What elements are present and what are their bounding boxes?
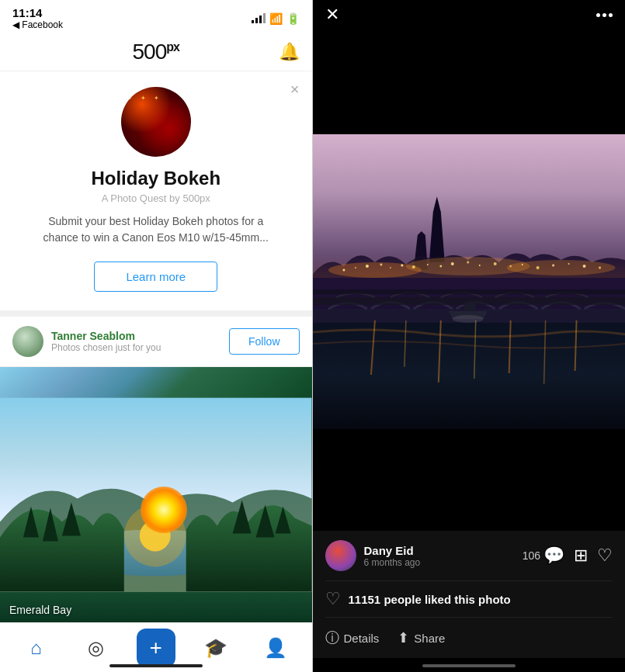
comments-action[interactable]: 106 💬	[523, 546, 564, 566]
status-bar-left: 11:14 ◀ Facebook 📶 🔋	[0, 0, 312, 33]
status-time: 11:14	[12, 6, 63, 19]
svg-rect-46	[464, 303, 475, 311]
follow-button[interactable]: Follow	[229, 328, 299, 355]
quest-avatar-image	[121, 87, 191, 157]
svg-point-29	[509, 265, 512, 268]
svg-point-24	[439, 265, 442, 268]
home-icon: ⌂	[30, 637, 42, 659]
quest-subtitle: A Photo Quest by 500px	[102, 192, 210, 204]
svg-point-30	[521, 264, 523, 265]
details-share-row: ⓘ Details ⬆ Share	[325, 624, 613, 652]
back-label[interactable]: ◀ Facebook	[12, 19, 63, 30]
details-button[interactable]: ⓘ Details	[325, 629, 380, 647]
nav-profile[interactable]: 👤	[245, 637, 305, 659]
nav-upload[interactable]: +	[126, 629, 186, 667]
details-label: Details	[344, 632, 380, 645]
like-button[interactable]: ♡	[325, 589, 341, 609]
svg-point-21	[401, 265, 403, 267]
svg-point-28	[493, 262, 496, 265]
photographer-name: Dany Eid	[364, 544, 421, 557]
signal-icon	[252, 14, 266, 23]
home-bar	[422, 664, 516, 667]
photographer-details: Dany Eid 6 months ago	[364, 544, 421, 568]
prague-scene-svg	[313, 134, 626, 429]
user-details: Tanner Seablom Photos chosen just for yo…	[51, 330, 161, 353]
add-to-collection-icon[interactable]: ⊞	[574, 546, 588, 566]
home-indicator-left	[109, 664, 203, 667]
share-icon: ⬆	[398, 629, 409, 646]
upload-button[interactable]: +	[137, 629, 175, 667]
prague-bridges-photo	[313, 134, 626, 429]
emerald-bay-svg	[0, 367, 312, 622]
profile-icon: 👤	[264, 637, 287, 659]
svg-point-47	[452, 315, 483, 323]
photo-display-area	[313, 33, 626, 531]
close-button-right[interactable]: ✕	[325, 5, 339, 25]
photo-feed: Emerald Bay	[0, 367, 312, 622]
svg-point-35	[599, 267, 601, 269]
svg-point-25	[450, 262, 453, 265]
share-label: Share	[414, 632, 445, 645]
user-follow-row: Tanner Seablom Photos chosen just for yo…	[0, 317, 312, 367]
photographer-avatar	[325, 540, 356, 571]
quest-card: × Holiday Bokeh A Photo Quest by 500px S…	[0, 71, 312, 317]
learn-icon: 🎓	[204, 637, 227, 659]
photo-info-panel: Dany Eid 6 months ago 106 💬 ⊞ ♡ ♡ 11151 …	[313, 531, 626, 658]
svg-point-20	[389, 267, 391, 268]
app-logo: 500px	[133, 40, 179, 64]
status-icons: 📶 🔋	[252, 12, 300, 25]
wifi-icon: 📶	[269, 12, 283, 25]
app-header: 500px 🔔	[0, 33, 312, 71]
learn-more-button[interactable]: Learn more	[94, 262, 217, 292]
comment-count: 106	[523, 549, 540, 562]
svg-rect-38	[313, 289, 626, 294]
user-avatar	[12, 326, 43, 357]
home-indicator-right	[313, 658, 626, 672]
battery-icon: 🔋	[286, 12, 300, 25]
right-panel: ✕	[313, 0, 626, 672]
user-name: Tanner Seablom	[51, 330, 161, 342]
right-top-bar: ✕	[313, 0, 626, 33]
nav-learn[interactable]: 🎓	[186, 637, 245, 659]
dot3	[609, 13, 613, 17]
svg-point-34	[582, 265, 585, 268]
left-panel: 11:14 ◀ Facebook 📶 🔋 500px 🔔 × Holiday B…	[0, 0, 312, 672]
photographer-info: Dany Eid 6 months ago	[325, 540, 421, 571]
comment-icon[interactable]: 💬	[543, 546, 564, 566]
svg-point-33	[568, 263, 569, 265]
svg-point-26	[467, 262, 469, 264]
svg-point-32	[552, 265, 554, 267]
discover-icon: ◎	[88, 637, 104, 659]
quest-description: Submit your best Holiday Bokeh photos fo…	[40, 213, 273, 246]
plus-icon: +	[150, 636, 162, 660]
photo-meta-row: Dany Eid 6 months ago 106 💬 ⊞ ♡	[325, 540, 613, 571]
photographer-time: 6 months ago	[364, 557, 421, 568]
svg-point-17	[354, 267, 356, 268]
svg-point-22	[411, 265, 415, 268]
dot2	[602, 13, 606, 17]
nav-home[interactable]: ⌂	[6, 637, 66, 659]
quest-avatar	[121, 87, 191, 157]
likes-text: 11151 people liked this photo	[349, 593, 511, 606]
dot1	[596, 13, 600, 17]
likes-row: ♡ 11151 people liked this photo	[325, 580, 613, 618]
like-icon[interactable]: ♡	[597, 546, 613, 566]
user-avatar-image	[12, 326, 43, 357]
feed-photo-emerald-bay[interactable]	[0, 367, 312, 622]
status-left: 11:14 ◀ Facebook	[12, 6, 63, 30]
close-quest-button[interactable]: ×	[290, 81, 300, 99]
svg-point-19	[380, 264, 382, 266]
more-options-button[interactable]	[596, 13, 613, 17]
svg-point-18	[365, 265, 368, 268]
share-button[interactable]: ⬆ Share	[398, 629, 445, 646]
photo-label: Emerald Bay	[9, 604, 71, 616]
notification-bell-icon[interactable]: 🔔	[279, 42, 300, 62]
quest-title: Holiday Bokeh	[91, 168, 220, 189]
user-tagline: Photos chosen just for you	[51, 342, 161, 353]
svg-point-16	[342, 269, 345, 272]
photo-actions: 106 💬 ⊞ ♡	[523, 546, 613, 566]
svg-point-23	[426, 264, 428, 265]
photographer-avatar-image	[325, 540, 356, 571]
svg-point-31	[536, 266, 539, 269]
nav-discover[interactable]: ◎	[66, 637, 126, 659]
